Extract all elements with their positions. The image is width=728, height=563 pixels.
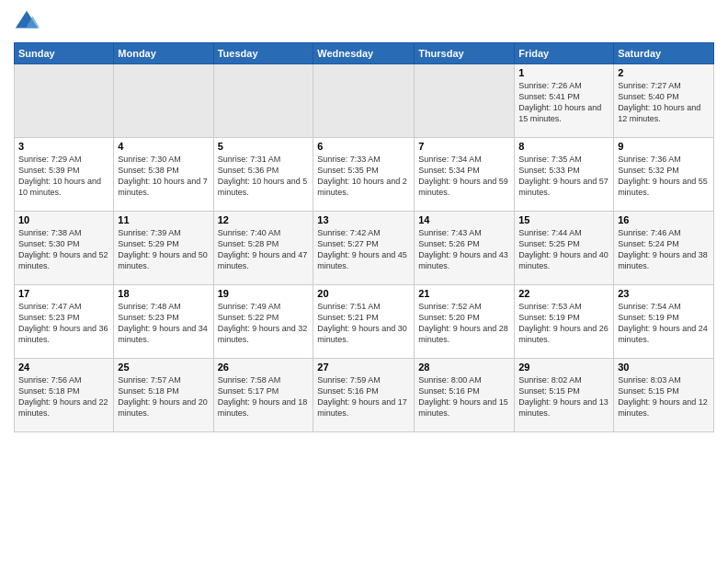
calendar-day-10: 10Sunrise: 7:38 AM Sunset: 5:30 PM Dayli… — [15, 212, 114, 285]
calendar-day-26: 26Sunrise: 7:58 AM Sunset: 5:17 PM Dayli… — [213, 359, 313, 432]
calendar-week-row: 17Sunrise: 7:47 AM Sunset: 5:23 PM Dayli… — [15, 285, 714, 359]
calendar-day-12: 12Sunrise: 7:40 AM Sunset: 5:28 PM Dayli… — [213, 212, 313, 285]
calendar-header-sunday: Sunday — [15, 43, 114, 64]
day-info: Sunrise: 7:59 AM Sunset: 5:16 PM Dayligh… — [317, 374, 410, 419]
calendar-empty-cell — [114, 64, 213, 138]
day-number: 29 — [518, 362, 609, 373]
calendar-empty-cell — [415, 64, 515, 138]
day-number: 18 — [118, 288, 209, 299]
day-number: 24 — [18, 362, 109, 373]
day-info: Sunrise: 7:58 AM Sunset: 5:17 PM Dayligh… — [218, 374, 310, 419]
day-info: Sunrise: 7:44 AM Sunset: 5:25 PM Dayligh… — [518, 227, 609, 272]
day-info: Sunrise: 7:36 AM Sunset: 5:32 PM Dayligh… — [618, 154, 710, 199]
calendar-table: SundayMondayTuesdayWednesdayThursdayFrid… — [14, 42, 714, 432]
calendar-week-row: 24Sunrise: 7:56 AM Sunset: 5:18 PM Dayli… — [15, 359, 714, 432]
day-info: Sunrise: 7:54 AM Sunset: 5:19 PM Dayligh… — [618, 301, 710, 346]
day-info: Sunrise: 7:39 AM Sunset: 5:29 PM Dayligh… — [118, 227, 209, 272]
day-info: Sunrise: 8:03 AM Sunset: 5:15 PM Dayligh… — [618, 374, 710, 419]
calendar-day-1: 1Sunrise: 7:26 AM Sunset: 5:41 PM Daylig… — [515, 64, 614, 138]
calendar-day-24: 24Sunrise: 7:56 AM Sunset: 5:18 PM Dayli… — [15, 359, 114, 432]
calendar-header-monday: Monday — [114, 43, 213, 64]
day-info: Sunrise: 7:42 AM Sunset: 5:27 PM Dayligh… — [317, 227, 410, 272]
day-info: Sunrise: 7:47 AM Sunset: 5:23 PM Dayligh… — [18, 301, 109, 346]
day-info: Sunrise: 7:49 AM Sunset: 5:22 PM Dayligh… — [218, 301, 310, 346]
calendar-day-22: 22Sunrise: 7:53 AM Sunset: 5:19 PM Dayli… — [515, 285, 614, 359]
day-number: 26 — [218, 362, 310, 373]
day-number: 27 — [317, 362, 410, 373]
calendar-empty-cell — [15, 64, 114, 138]
day-number: 9 — [618, 141, 710, 152]
calendar-day-28: 28Sunrise: 8:00 AM Sunset: 5:16 PM Dayli… — [415, 359, 515, 432]
calendar-header-saturday: Saturday — [614, 43, 714, 64]
day-number: 22 — [518, 288, 609, 299]
calendar-day-7: 7Sunrise: 7:34 AM Sunset: 5:34 PM Daylig… — [415, 138, 515, 212]
day-number: 4 — [118, 141, 209, 152]
logo-icon — [14, 9, 40, 35]
calendar-empty-cell — [213, 64, 313, 138]
day-info: Sunrise: 7:29 AM Sunset: 5:39 PM Dayligh… — [18, 154, 109, 199]
day-number: 28 — [418, 362, 510, 373]
day-info: Sunrise: 7:26 AM Sunset: 5:41 PM Dayligh… — [518, 80, 609, 125]
calendar-day-11: 11Sunrise: 7:39 AM Sunset: 5:29 PM Dayli… — [114, 212, 213, 285]
calendar-day-17: 17Sunrise: 7:47 AM Sunset: 5:23 PM Dayli… — [15, 285, 114, 359]
day-number: 15 — [518, 214, 609, 225]
calendar-day-9: 9Sunrise: 7:36 AM Sunset: 5:32 PM Daylig… — [614, 138, 714, 212]
day-number: 25 — [118, 362, 209, 373]
day-number: 14 — [418, 214, 510, 225]
calendar-day-14: 14Sunrise: 7:43 AM Sunset: 5:26 PM Dayli… — [415, 212, 515, 285]
calendar-header-friday: Friday — [515, 43, 614, 64]
day-info: Sunrise: 8:00 AM Sunset: 5:16 PM Dayligh… — [418, 374, 510, 419]
day-number: 10 — [18, 214, 109, 225]
day-number: 3 — [18, 141, 109, 152]
calendar-day-27: 27Sunrise: 7:59 AM Sunset: 5:16 PM Dayli… — [313, 359, 415, 432]
day-number: 2 — [618, 67, 710, 78]
day-info: Sunrise: 7:57 AM Sunset: 5:18 PM Dayligh… — [118, 374, 209, 419]
day-info: Sunrise: 7:40 AM Sunset: 5:28 PM Dayligh… — [218, 227, 310, 272]
day-info: Sunrise: 7:56 AM Sunset: 5:18 PM Dayligh… — [18, 374, 109, 419]
calendar-day-20: 20Sunrise: 7:51 AM Sunset: 5:21 PM Dayli… — [313, 285, 415, 359]
day-info: Sunrise: 7:52 AM Sunset: 5:20 PM Dayligh… — [418, 301, 510, 346]
calendar-day-30: 30Sunrise: 8:03 AM Sunset: 5:15 PM Dayli… — [614, 359, 714, 432]
day-number: 7 — [418, 141, 510, 152]
calendar-header-row: SundayMondayTuesdayWednesdayThursdayFrid… — [15, 43, 714, 64]
day-info: Sunrise: 7:27 AM Sunset: 5:40 PM Dayligh… — [618, 80, 710, 125]
day-number: 13 — [317, 214, 410, 225]
day-info: Sunrise: 7:53 AM Sunset: 5:19 PM Dayligh… — [518, 301, 609, 346]
calendar-week-row: 10Sunrise: 7:38 AM Sunset: 5:30 PM Dayli… — [15, 212, 714, 285]
logo — [14, 9, 43, 35]
day-number: 17 — [18, 288, 109, 299]
day-info: Sunrise: 7:43 AM Sunset: 5:26 PM Dayligh… — [418, 227, 510, 272]
calendar-day-23: 23Sunrise: 7:54 AM Sunset: 5:19 PM Dayli… — [614, 285, 714, 359]
calendar-empty-cell — [313, 64, 415, 138]
day-number: 30 — [618, 362, 710, 373]
day-info: Sunrise: 7:48 AM Sunset: 5:23 PM Dayligh… — [118, 301, 209, 346]
calendar-day-5: 5Sunrise: 7:31 AM Sunset: 5:36 PM Daylig… — [213, 138, 313, 212]
day-info: Sunrise: 7:46 AM Sunset: 5:24 PM Dayligh… — [618, 227, 710, 272]
day-number: 23 — [618, 288, 710, 299]
day-number: 21 — [418, 288, 510, 299]
day-number: 6 — [317, 141, 410, 152]
calendar-day-15: 15Sunrise: 7:44 AM Sunset: 5:25 PM Dayli… — [515, 212, 614, 285]
day-info: Sunrise: 7:31 AM Sunset: 5:36 PM Dayligh… — [218, 154, 310, 199]
day-info: Sunrise: 7:30 AM Sunset: 5:38 PM Dayligh… — [118, 154, 209, 199]
day-number: 5 — [218, 141, 310, 152]
calendar-day-3: 3Sunrise: 7:29 AM Sunset: 5:39 PM Daylig… — [15, 138, 114, 212]
calendar-day-16: 16Sunrise: 7:46 AM Sunset: 5:24 PM Dayli… — [614, 212, 714, 285]
day-info: Sunrise: 8:02 AM Sunset: 5:15 PM Dayligh… — [518, 374, 609, 419]
day-number: 11 — [118, 214, 209, 225]
day-info: Sunrise: 7:35 AM Sunset: 5:33 PM Dayligh… — [518, 154, 609, 199]
day-info: Sunrise: 7:33 AM Sunset: 5:35 PM Dayligh… — [317, 154, 410, 199]
day-number: 1 — [518, 67, 609, 78]
calendar-header-wednesday: Wednesday — [313, 43, 415, 64]
calendar-day-4: 4Sunrise: 7:30 AM Sunset: 5:38 PM Daylig… — [114, 138, 213, 212]
calendar-day-13: 13Sunrise: 7:42 AM Sunset: 5:27 PM Dayli… — [313, 212, 415, 285]
calendar-day-2: 2Sunrise: 7:27 AM Sunset: 5:40 PM Daylig… — [614, 64, 714, 138]
calendar-day-8: 8Sunrise: 7:35 AM Sunset: 5:33 PM Daylig… — [515, 138, 614, 212]
calendar-week-row: 1Sunrise: 7:26 AM Sunset: 5:41 PM Daylig… — [15, 64, 714, 138]
day-info: Sunrise: 7:38 AM Sunset: 5:30 PM Dayligh… — [18, 227, 109, 272]
day-info: Sunrise: 7:51 AM Sunset: 5:21 PM Dayligh… — [317, 301, 410, 346]
header — [14, 9, 714, 35]
day-number: 20 — [317, 288, 410, 299]
calendar-day-18: 18Sunrise: 7:48 AM Sunset: 5:23 PM Dayli… — [114, 285, 213, 359]
calendar-header-tuesday: Tuesday — [213, 43, 313, 64]
